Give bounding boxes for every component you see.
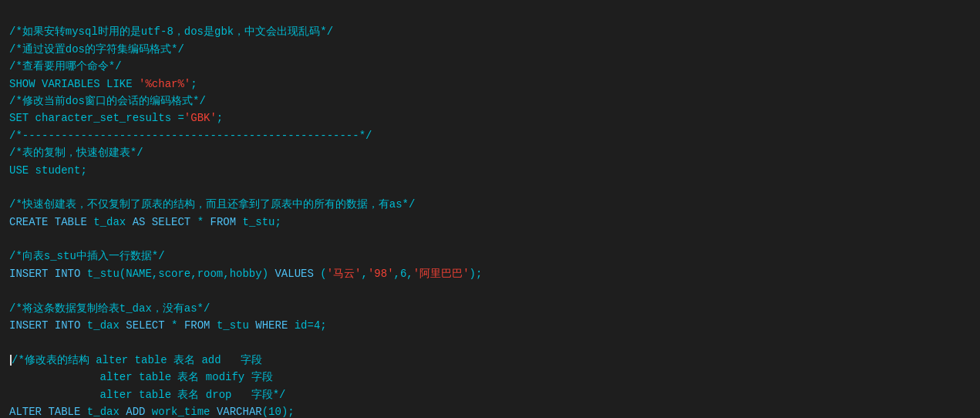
code-line: ALTER TABLE t_dax ADD work_time VARCHAR(…: [9, 403, 971, 418]
code-line: /*查看要用哪个命令*/: [9, 58, 971, 75]
code-line: /*修改表的结构 alter table 表名 add 字段: [9, 352, 971, 369]
code-line: [9, 179, 971, 196]
code-line: /*快速创建表，不仅复制了原表的结构，而且还拿到了原表中的所有的数据，有as*/: [9, 196, 971, 213]
code-line: /*向表s_stu中插入一行数据*/: [9, 248, 971, 265]
code-line: /*--------------------------------------…: [9, 127, 971, 144]
code-line: /*如果安转mysql时用的是utf-8，dos是gbk，中文会出现乱码*/: [9, 23, 971, 40]
code-line: SET character_set_results ='GBK';: [9, 110, 971, 126]
code-line: /*通过设置dos的字符集编码格式*/: [9, 41, 971, 58]
code-line: INSERT INTO t_stu(NAME,score,room,hobby)…: [9, 265, 971, 282]
code-line: /*修改当前dos窗口的会话的编码格式*/: [9, 93, 971, 110]
code-line: alter table 表名 modify 字段: [9, 369, 971, 386]
code-editor: /*如果安转mysql时用的是utf-8，dos是gbk，中文会出现乱码*//*…: [9, 6, 971, 418]
code-line: CREATE TABLE t_dax AS SELECT * FROM t_st…: [9, 214, 971, 231]
code-line: SHOW VARIABLES LIKE '%char%';: [9, 76, 971, 93]
code-line: /*表的复制，快速创建表*/: [9, 144, 971, 161]
code-line: USE student;: [9, 162, 971, 179]
code-line: [9, 334, 971, 351]
code-line: [9, 231, 971, 248]
code-line: [9, 282, 971, 299]
code-line: INSERT INTO t_dax SELECT * FROM t_stu WH…: [9, 317, 971, 334]
code-line: alter table 表名 drop 字段*/: [9, 386, 971, 403]
code-line: /*将这条数据复制给表t_dax，没有as*/: [9, 300, 971, 317]
